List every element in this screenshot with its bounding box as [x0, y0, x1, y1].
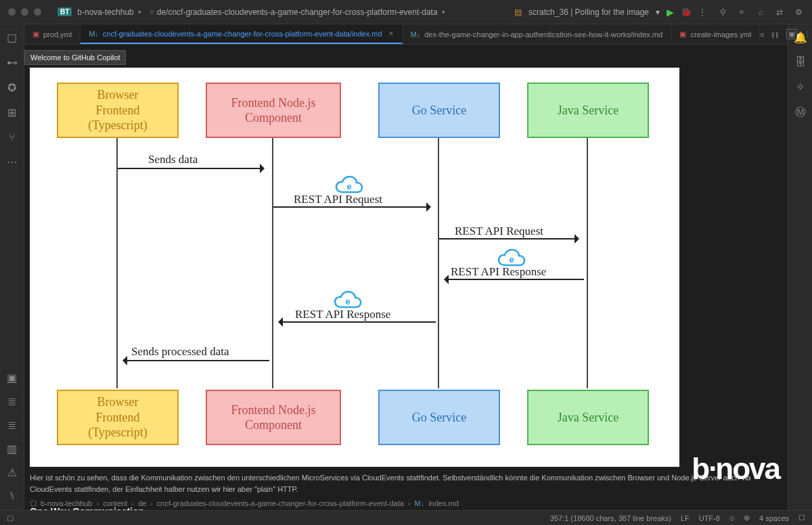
svg-text:e: e — [345, 296, 350, 306]
node-frontend-nodejs-bottom: Frontend Node.js Component — [206, 390, 341, 445]
msg-rest-resp-1: REST API Response — [451, 265, 546, 279]
run-config-icon: ▤ — [514, 7, 522, 17]
node-frontend-nodejs-top: Frontend Node.js Component — [206, 83, 341, 138]
copilot-icon[interactable]: ✪ — [7, 81, 16, 94]
editor-view-list-icon[interactable]: ≡ — [760, 30, 764, 39]
project-icon[interactable]: ▢ — [7, 31, 17, 44]
arrow-rest-req-2 — [439, 238, 576, 239]
lifeline-java — [587, 138, 588, 388]
readonly-icon[interactable]: ⦶ — [729, 513, 734, 522]
debug-icon[interactable]: 🐞 — [681, 7, 692, 17]
commit-icon[interactable]: ⊷ — [7, 56, 18, 69]
copilot-tooltip: Welcome to GitHub Copilot — [24, 50, 126, 65]
run-config-label: scratch_36 | Polling for the image — [528, 7, 649, 17]
chevron-down-icon: ▾ — [656, 7, 660, 17]
editor-view-split-icon[interactable]: ⫿⫿ — [771, 30, 780, 39]
cursor-position[interactable]: 357:1 (18680 chars, 387 line breaks) — [550, 514, 671, 522]
markdown-file-icon: M↓ — [414, 499, 424, 507]
node-java-service-bottom: Java Service — [527, 390, 649, 445]
editor-more-icon[interactable]: ⋮ — [804, 30, 811, 39]
ai-chat-icon[interactable]: ✧ — [796, 81, 805, 93]
vcs-branch[interactable]: ⑂ de/cncf-graduates-cloudevents-a-game-c… — [145, 7, 449, 17]
branch-path: de/cncf-graduates-cloudevents-a-game-cha… — [157, 7, 438, 17]
database-icon[interactable]: 🗄 — [795, 56, 806, 68]
git-icon[interactable]: ⑊ — [9, 490, 16, 502]
tab-dex-md[interactable]: M↓ dex-the-game-changer-in-app-authentic… — [403, 24, 672, 44]
crumb[interactable]: b-nova-techhub — [41, 499, 92, 507]
run-icon[interactable]: ▶ — [667, 7, 674, 18]
minimize-dot-icon[interactable] — [21, 8, 28, 16]
maven-icon[interactable]: Ⓜ — [795, 106, 806, 120]
crumb[interactable]: content — [103, 499, 127, 507]
tab-label: prod.yml — [43, 30, 72, 39]
left-activity-bar: ▢ ⊷ ✪ ⊞ ⑂ ⋯ ▣ ≣ ≣ ▥ ⚠ ⑊ — [0, 24, 24, 510]
crumb[interactable]: cncf-graduates-cloudevents-a-game-change… — [157, 499, 404, 507]
tab-create-images-yml[interactable]: ▣ create-images.yml — [671, 24, 760, 44]
terminal-icon[interactable]: ▥ — [7, 442, 17, 455]
vcs-status-icon[interactable]: ▢ — [7, 513, 14, 522]
right-tool-bar: 🔔 🗄 ✧ Ⓜ — [788, 24, 812, 510]
copilot-status-icon[interactable]: ⊛ — [744, 513, 750, 522]
close-dot-icon[interactable] — [8, 8, 16, 16]
run-config[interactable]: ▤ scratch_36 | Polling for the image ▾ ▶… — [514, 7, 706, 18]
chevron-down-icon: ▾ — [138, 9, 141, 16]
markdown-file-icon: M↓ — [411, 30, 421, 39]
encoding[interactable]: UTF-8 — [699, 514, 720, 522]
titlebar: BT b-nova-techhub ▾ ⑂ de/cncf-graduates-… — [0, 0, 812, 24]
msg-rest-resp-2: REST API Response — [295, 308, 390, 321]
node-java-service-top: Java Service — [527, 83, 649, 138]
tab-prod-yml[interactable]: ▣ prod.yml — [24, 24, 81, 44]
arrow-rest-req-1 — [273, 206, 428, 208]
services-icon[interactable]: ▣ — [7, 371, 17, 384]
more-tools-icon[interactable]: ⋯ — [7, 156, 18, 168]
arrow-sends-data — [118, 168, 261, 169]
project-name: b-nova-techhub — [77, 7, 133, 17]
more-icon[interactable]: ⋮ — [698, 7, 706, 17]
ai-assistant-icon[interactable]: ✧ — [736, 7, 747, 17]
brand-logo: b·nova — [692, 452, 780, 486]
chevron-down-icon: ▾ — [442, 9, 445, 16]
crumb[interactable]: de — [138, 499, 146, 507]
status-bar: ▢ 357:1 (18680 chars, 387 line breaks) L… — [0, 510, 812, 525]
close-tab-icon[interactable]: × — [389, 29, 394, 39]
body-paragraph: Hier ist schön zu sehen, dass die Kommun… — [30, 472, 774, 495]
layers-icon[interactable]: ≣ — [7, 395, 16, 408]
crumb[interactable]: index.md — [428, 499, 459, 507]
code-with-me-icon[interactable]: ⚲ — [717, 7, 728, 17]
lifeline-browser — [116, 138, 118, 388]
window-controls[interactable] — [8, 8, 41, 16]
tab-label: dex-the-game-changer-in-app-authenticati… — [424, 30, 662, 39]
lifeline-go — [438, 138, 439, 388]
node-browser-frontend-top: Browser Frontend (Typescript) — [57, 83, 179, 138]
project-selector[interactable]: BT b-nova-techhub ▾ — [53, 7, 145, 17]
maximize-dot-icon[interactable] — [34, 8, 41, 16]
line-ending[interactable]: LF — [681, 514, 690, 522]
msg-sends-data: Sends data — [148, 153, 198, 166]
project-badge: BT — [58, 7, 72, 16]
tab-index-md-active[interactable]: M↓ cncf-graduates-cloudevents-a-game-cha… — [81, 24, 402, 44]
arrow-rest-resp-2 — [281, 321, 436, 323]
indent[interactable]: 4 spaces — [759, 514, 789, 522]
pull-requests-icon[interactable]: ⑂ — [9, 131, 16, 143]
msg-rest-req-1: REST API Request — [294, 193, 382, 206]
structure-icon[interactable]: ⊞ — [7, 106, 16, 119]
lifeline-nodejs — [272, 138, 273, 388]
svg-text:e: e — [346, 181, 351, 191]
editor-view-preview-icon[interactable]: ▣ — [786, 29, 797, 39]
svg-text:e: e — [509, 254, 514, 265]
breadcrumbs[interactable]: ▢ b-nova-techhub› content› de› cncf-grad… — [30, 499, 459, 507]
tab-label: create-images.yml — [690, 30, 751, 39]
editor-area: Welcome to GitHub Copilot Browser Fronte… — [24, 45, 788, 510]
nav-icon[interactable]: ⇄ — [774, 7, 785, 17]
markdown-file-icon: M↓ — [89, 30, 99, 38]
problems-icon[interactable]: ⚠ — [7, 466, 17, 479]
node-go-service-top: Go Service — [378, 83, 500, 138]
status-more-icon[interactable]: ☐ — [798, 513, 805, 522]
search-icon[interactable]: ⌕ — [755, 7, 766, 17]
tooltip-text: Welcome to GitHub Copilot — [30, 53, 120, 62]
settings-icon[interactable]: ⚙ — [793, 7, 804, 17]
branch-icon: ⑂ — [150, 7, 154, 17]
layers2-icon[interactable]: ≣ — [7, 419, 16, 432]
tab-label: cncf-graduates-cloudevents-a-game-change… — [103, 30, 382, 38]
arrow-sends-processed — [126, 360, 269, 361]
